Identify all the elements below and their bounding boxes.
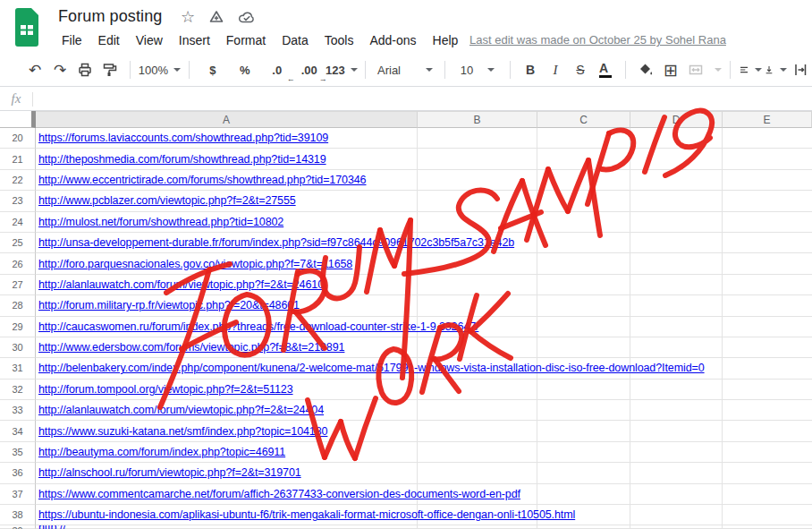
row-number[interactable]: 30 [0, 337, 36, 358]
italic-button[interactable]: I [544, 58, 567, 81]
url-cell[interactable]: http://www.edersbow.com/forums/viewtopic… [36, 337, 812, 358]
url-link[interactable]: https://www.suzuki-katana.net/smf/index.… [38, 425, 327, 438]
row-number[interactable]: 32 [0, 380, 36, 400]
bold-button[interactable]: B [519, 58, 542, 81]
format-percent-button[interactable]: % [230, 58, 260, 81]
font-family-select[interactable]: Arial [374, 58, 436, 81]
print-button[interactable] [73, 58, 97, 81]
url-cell[interactable]: http://www.pcblazer.com/viewtopic.php?f=… [36, 191, 812, 211]
format-currency-button[interactable]: $ [198, 58, 228, 81]
merge-dropdown-icon[interactable] [715, 68, 722, 72]
menu-item[interactable]: Tools [322, 31, 357, 49]
row-number[interactable]: 28 [0, 295, 36, 316]
url-cell[interactable]: http://alnschool.ru/forum/viewtopic.php?… [36, 463, 812, 483]
row-number[interactable]: 22 [0, 170, 36, 191]
more-formats-button[interactable]: 123 [326, 58, 357, 81]
row-number[interactable]: 27 [0, 275, 36, 295]
menu-item[interactable]: Format [224, 31, 268, 49]
row-number[interactable]: 23 [0, 191, 36, 211]
menu-item[interactable]: Help [430, 31, 461, 49]
row-number[interactable]: 25 [0, 233, 36, 253]
url-link[interactable]: http://alanlauwatch.com/forum/viewtopic.… [38, 278, 324, 291]
url-cell[interactable]: http://unsa-developpement-durable.fr/for… [36, 233, 812, 253]
borders-button[interactable]: ⊞ [659, 58, 682, 81]
url-cell[interactable]: http://foro.parquesnacionales.gov.co/vie… [36, 253, 812, 274]
url-link[interactable]: http://belenbakery.com/index.php/compone… [38, 362, 705, 374]
fill-color-button[interactable] [634, 58, 657, 81]
row-number[interactable]: 37 [0, 484, 36, 505]
url-cell[interactable]: http://mulost.net/forum/showthread.php?t… [36, 212, 812, 233]
zoom-select[interactable]: 100% [139, 58, 181, 81]
row-number[interactable]: 38 [0, 505, 36, 525]
menu-item[interactable]: View [133, 31, 165, 49]
url-cell[interactable]: http://beautyma.com/forum/index.php?topi… [36, 442, 812, 463]
url-link[interactable]: https://ubuntu-indonesia.com/aplikasi-ub… [38, 508, 575, 521]
column-header[interactable]: D [630, 111, 723, 128]
strikethrough-button[interactable]: S [569, 58, 592, 81]
text-wrap-button[interactable] [789, 58, 812, 81]
menu-item[interactable]: Insert [176, 31, 213, 49]
url-link[interactable]: http://www.pcblazer.com/viewtopic.php?f=… [38, 194, 296, 207]
url-cell[interactable]: https://www.suzuki-katana.net/smf/index.… [36, 421, 812, 441]
url-cell[interactable]: http://forum.tompool.org/viewtopic.php?f… [36, 380, 812, 400]
row-number[interactable]: 36 [0, 463, 36, 483]
url-cell[interactable]: http://forum.military-rp.fr/viewtopic.ph… [36, 295, 812, 316]
row-number[interactable]: 20 [0, 128, 36, 149]
sheets-logo-icon[interactable] [12, 7, 42, 47]
url-link[interactable]: http://www.eccentrictirade.com/forums/sh… [38, 174, 366, 186]
url-link[interactable]: http://caucaswomen.ru/forum/index.php?th… [38, 320, 478, 333]
vertical-align-button[interactable] [764, 58, 787, 81]
url-link[interactable]: http://alanlauwatch.com/forum/viewtopic.… [38, 404, 324, 416]
move-to-drive-icon[interactable] [208, 9, 224, 25]
url-link[interactable]: http://forum.tompool.org/viewtopic.php?f… [38, 383, 293, 396]
row-number[interactable]: 26 [0, 253, 36, 274]
row-number[interactable]: 24 [0, 212, 36, 233]
url-link[interactable]: http://theposhmedia.com/forum/showthread… [38, 153, 326, 166]
horizontal-align-button[interactable] [739, 58, 762, 81]
url-link[interactable]: http:// [38, 525, 66, 528]
undo-button[interactable]: ↶ [23, 58, 47, 81]
url-cell[interactable]: https://forums.laviaccounts.com/showthre… [36, 128, 812, 149]
last-edit-link[interactable]: Last edit was made on October 25 by Sohe… [469, 33, 726, 47]
url-cell[interactable]: https://ubuntu-indonesia.com/aplikasi-ub… [36, 505, 812, 525]
row-number[interactable]: 34 [0, 421, 36, 441]
url-cell[interactable]: http://www.eccentrictirade.com/forums/sh… [36, 170, 812, 191]
row-number[interactable]: 29 [0, 317, 36, 337]
document-title[interactable]: Forum posting [58, 7, 162, 26]
column-header[interactable]: C [537, 111, 630, 128]
select-all-corner[interactable] [0, 111, 36, 128]
url-cell[interactable]: http://theposhmedia.com/forum/showthread… [36, 149, 812, 169]
menu-item[interactable]: File [59, 31, 85, 49]
increase-decimal-button[interactable]: .00→ [294, 58, 325, 81]
text-color-button[interactable]: A [594, 58, 617, 81]
url-link[interactable]: https://www.commentcamarche.net/forum/af… [38, 488, 520, 500]
merge-cells-button[interactable] [684, 58, 707, 81]
url-cell[interactable]: https://www.commentcamarche.net/forum/af… [36, 484, 812, 505]
column-header[interactable]: A [36, 111, 418, 128]
column-header[interactable]: B [418, 111, 537, 128]
row-number[interactable]: 21 [0, 149, 36, 169]
star-icon[interactable]: ☆ [181, 9, 195, 25]
url-link[interactable]: http://beautyma.com/forum/index.php?topi… [38, 446, 285, 458]
url-link[interactable]: https://forums.laviaccounts.com/showthre… [38, 132, 328, 144]
url-cell[interactable]: http://belenbakery.com/index.php/compone… [36, 358, 812, 379]
url-link[interactable]: http://foro.parquesnacionales.gov.co/vie… [38, 258, 352, 270]
url-cell[interactable]: http://alanlauwatch.com/forum/viewtopic.… [36, 275, 812, 295]
row-number[interactable]: 39 [0, 525, 36, 528]
menu-item[interactable]: Edit [96, 31, 123, 49]
row-number[interactable]: 35 [0, 442, 36, 463]
row-number[interactable]: 31 [0, 358, 36, 379]
paint-format-button[interactable] [98, 58, 122, 81]
url-link[interactable]: http://www.edersbow.com/forums/viewtopic… [38, 341, 344, 354]
url-cell[interactable]: http:// [36, 525, 812, 528]
url-cell[interactable]: http://alanlauwatch.com/forum/viewtopic.… [36, 400, 812, 421]
formula-input[interactable] [33, 87, 812, 111]
menu-item[interactable]: Add-ons [367, 31, 419, 49]
redo-button[interactable]: ↷ [48, 58, 72, 81]
url-link[interactable]: http://forum.military-rp.fr/viewtopic.ph… [38, 299, 300, 311]
decrease-decimal-button[interactable]: .0← [262, 58, 292, 81]
column-header[interactable]: E [723, 111, 812, 128]
url-link[interactable]: http://unsa-developpement-durable.fr/for… [38, 236, 514, 249]
row-number[interactable]: 33 [0, 400, 36, 421]
menu-item[interactable]: Data [279, 31, 311, 49]
